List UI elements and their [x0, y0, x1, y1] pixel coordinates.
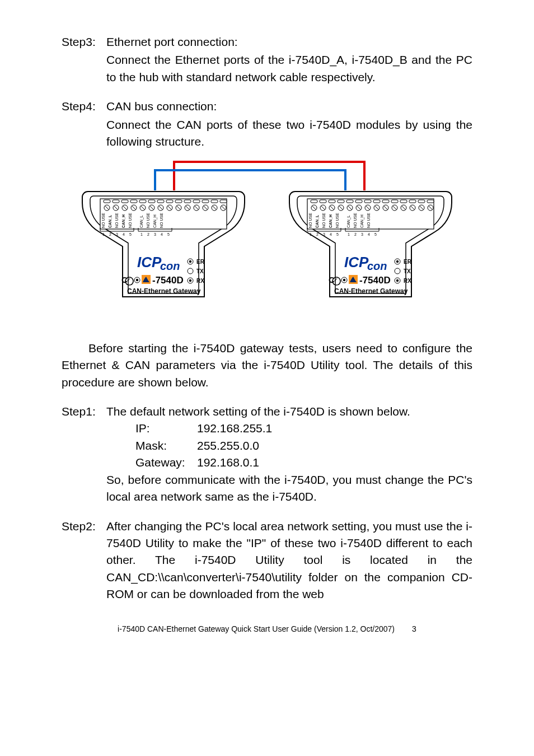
svg-rect-17 [193, 200, 200, 203]
svg-rect-1 [173, 161, 366, 163]
svg-rect-3 [154, 169, 156, 190]
svg-text:1: 1 [102, 232, 105, 236]
page-footer: i-7540D CAN-Ethernet Gateway Quick Start… [62, 624, 472, 633]
svg-rect-19 [211, 200, 218, 203]
step4-label: Step4: [62, 98, 106, 150]
svg-rect-12 [148, 200, 155, 203]
svg-text:2: 2 [109, 232, 111, 236]
step4: Step4: CAN bus connection: Connect the C… [62, 98, 472, 150]
svg-text:NO USE: NO USE [146, 212, 150, 227]
svg-rect-0 [173, 161, 175, 190]
svg-rect-6 [100, 199, 227, 229]
wiring-diagram: NO USE CAN_L NO USE CAN_H NO USE CAN_L N… [62, 161, 472, 306]
svg-text:NO USE: NO USE [128, 212, 132, 227]
svg-rect-13 [157, 200, 164, 203]
svg-text:2: 2 [147, 232, 149, 236]
svg-text:CAN_L: CAN_L [108, 214, 112, 228]
step2: Step2: After changing the PC's local are… [62, 518, 472, 603]
svg-text:3: 3 [116, 232, 118, 236]
svg-rect-8 [113, 200, 119, 203]
step4-body: Connect the CAN ports of these two i-754… [106, 116, 472, 151]
svg-text:1: 1 [140, 232, 143, 236]
step2-body: After changing the PC's local area netwo… [106, 518, 472, 603]
step1: Step1: The default network setting of th… [62, 403, 472, 506]
svg-text:4: 4 [123, 232, 125, 236]
svg-rect-7 [104, 200, 110, 203]
svg-rect-15 [175, 200, 182, 203]
mask-val: 255.255.0.0 [197, 437, 259, 454]
svg-rect-2 [363, 161, 366, 190]
step1-label: Step1: [62, 403, 106, 506]
svg-text:5: 5 [167, 232, 170, 236]
svg-rect-10 [130, 200, 137, 203]
ip-val: 192.168.255.1 [197, 420, 272, 437]
step2-label: Step2: [62, 518, 106, 603]
svg-point-77 [189, 260, 191, 262]
svg-rect-14 [166, 200, 173, 203]
svg-rect-5 [344, 169, 346, 190]
svg-text:NO USE: NO USE [115, 212, 119, 227]
step3-title: Ethernet port connection: [106, 34, 472, 50]
gw-val: 192.168.0.1 [197, 454, 259, 471]
step3: Step3: Ethernet port connection: Connect… [62, 34, 472, 86]
step3-body: Connect the Ethernet ports of the i-7540… [106, 52, 472, 86]
svg-rect-20 [220, 200, 227, 203]
svg-rect-11 [139, 200, 146, 203]
intro-paragraph: Before starting the i-7540D gateway test… [62, 340, 472, 391]
gw-key: Gateway: [135, 454, 197, 471]
step1-tail: So, before communicate with the i-7540D,… [106, 472, 472, 506]
svg-rect-18 [202, 200, 209, 203]
svg-text:4: 4 [161, 232, 163, 236]
svg-text:CAN_L: CAN_L [139, 215, 144, 228]
mask-key: Mask: [135, 437, 197, 454]
step4-title: CAN bus connection: [106, 98, 472, 115]
svg-rect-4 [154, 169, 346, 171]
step3-label: Step3: [62, 34, 106, 86]
svg-text:con: con [160, 260, 180, 272]
svg-text:-7540D: -7540D [152, 275, 184, 286]
svg-text:TX: TX [196, 268, 204, 274]
svg-text:3: 3 [154, 232, 156, 236]
footer-text: i-7540D CAN-Ethernet Gateway Quick Start… [118, 624, 395, 633]
step1-title: The default network setting of the i-754… [106, 403, 472, 420]
svg-rect-9 [121, 200, 128, 203]
svg-text:5: 5 [129, 232, 132, 236]
svg-text:CAN_H: CAN_H [121, 214, 125, 228]
svg-text:NO USE: NO USE [101, 212, 105, 227]
footer-page: 3 [412, 624, 416, 633]
svg-point-88 [189, 279, 191, 281]
svg-text:ER: ER [196, 259, 205, 265]
svg-text:CAN_H: CAN_H [153, 214, 157, 228]
svg-text:NO USE: NO USE [160, 212, 163, 227]
svg-text:ICP: ICP [137, 254, 162, 270]
svg-text:✓: ✓ [127, 277, 131, 283]
ip-key: IP: [135, 420, 197, 437]
svg-point-84 [136, 278, 138, 281]
svg-point-79 [188, 268, 193, 274]
svg-text:CAN-Ethernet Gateway: CAN-Ethernet Gateway [127, 287, 201, 295]
svg-rect-16 [184, 200, 191, 203]
svg-text:RX: RX [196, 278, 204, 284]
